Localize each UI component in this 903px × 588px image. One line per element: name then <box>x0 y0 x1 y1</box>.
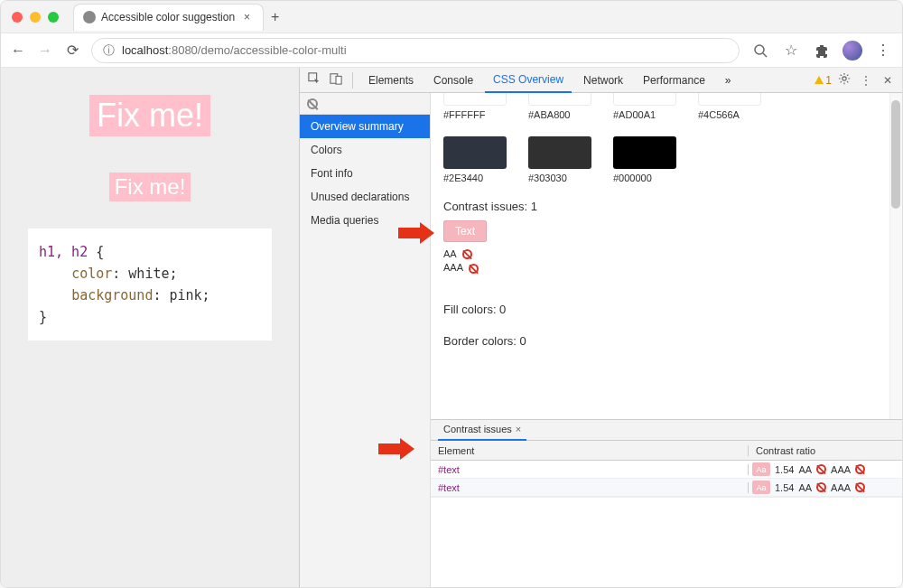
color-swatch[interactable] <box>613 93 676 106</box>
favicon-icon <box>83 11 96 23</box>
swatch-label: #303030 <box>528 173 567 183</box>
new-tab-button[interactable]: + <box>271 9 279 25</box>
tab-title: Accessible color suggestion <box>101 11 235 23</box>
page-h2: Fix me! <box>109 173 191 201</box>
tab-network[interactable]: Network <box>575 68 631 93</box>
back-button[interactable]: ← <box>10 42 26 59</box>
maximize-window-button[interactable] <box>48 12 59 23</box>
minimize-window-button[interactable] <box>30 12 41 23</box>
sidebar-item-media-queries[interactable]: Media queries <box>300 209 430 232</box>
reload-button[interactable]: ⟳ <box>64 42 80 59</box>
svg-point-5 <box>842 77 846 80</box>
close-drawer-tab-icon[interactable]: × <box>516 424 521 434</box>
border-colors-heading: Border colors: 0 <box>443 334 889 348</box>
warning-icon <box>815 76 824 84</box>
swatch-label: #000000 <box>613 173 652 183</box>
forward-button[interactable]: → <box>37 42 53 59</box>
url-port: :8080 <box>168 43 198 57</box>
fail-icon <box>855 482 865 492</box>
tab-css-overview[interactable]: CSS Overview <box>485 68 572 93</box>
sidebar-item-colors[interactable]: Colors <box>300 138 430 162</box>
svg-rect-4 <box>336 76 341 84</box>
tab-performance[interactable]: Performance <box>635 68 713 93</box>
sidebar-item-overview-summary[interactable]: Overview summary <box>300 115 430 138</box>
page-viewport: Fix me! Fix me! h1, h2 { color: white; b… <box>1 68 299 587</box>
clear-icon <box>307 98 318 109</box>
contrast-ratings: AA AAA <box>443 247 889 275</box>
browser-window: Accessible color suggestion × + ← → ⟳ ⓘ … <box>0 0 903 588</box>
color-swatch[interactable] <box>613 136 676 169</box>
url-host: localhost <box>122 43 168 57</box>
swatch-label: #AD00A1 <box>613 109 656 120</box>
color-swatch[interactable] <box>528 93 591 106</box>
contrast-issues-heading: Contrast issues: 1 <box>443 200 889 213</box>
browser-tab[interactable]: Accessible color suggestion × <box>73 4 264 31</box>
devtools-main: #FFFFFF #ABA800 #AD00A1 #4C566A #2E3440 … <box>431 93 902 587</box>
page-h1: Fix me! <box>89 95 210 136</box>
contrast-sample-badge: Aa <box>752 462 770 476</box>
warnings-badge[interactable]: 1 <box>815 74 832 87</box>
close-tab-icon[interactable]: × <box>240 11 254 23</box>
color-swatch[interactable] <box>443 136 507 169</box>
fill-colors-heading: Fill colors: 0 <box>443 303 889 316</box>
fail-icon <box>855 464 865 474</box>
swatch-label: #2E3440 <box>443 173 483 183</box>
contrast-cell: Aa 1.54 AA AAA <box>749 462 902 476</box>
drawer-tab-contrast-issues[interactable]: Contrast issues × <box>438 419 526 441</box>
settings-gear-icon[interactable] <box>835 72 853 88</box>
color-swatch[interactable] <box>698 93 761 106</box>
code-snippet: h1, h2 { color: white; background: pink;… <box>28 229 272 341</box>
devtools-sidebar: Overview summary Colors Font info Unused… <box>300 93 431 587</box>
url-path: /demo/accessible-color-multi <box>198 43 347 57</box>
url-input[interactable]: ⓘ localhost:8080/demo/accessible-color-m… <box>91 38 740 63</box>
overview-content: #FFFFFF #ABA800 #AD00A1 #4C566A #2E3440 … <box>431 93 902 419</box>
tab-console[interactable]: Console <box>425 68 481 93</box>
close-devtools-icon[interactable]: ✕ <box>879 74 897 87</box>
table-row[interactable]: #text Aa 1.54 AA AAA <box>431 479 902 497</box>
swatch-label: #FFFFFF <box>443 109 485 120</box>
titlebar: Accessible color suggestion × + <box>1 1 902 33</box>
sidebar-item-font-info[interactable]: Font info <box>300 162 430 185</box>
svg-line-1 <box>763 53 767 57</box>
table-header: Element Contrast ratio <box>431 441 902 461</box>
extensions-icon[interactable] <box>812 41 832 61</box>
device-toolbar-icon[interactable] <box>327 72 345 88</box>
col-element: Element <box>431 445 749 456</box>
info-icon[interactable]: ⓘ <box>103 42 115 59</box>
fail-icon <box>816 482 826 492</box>
fail-icon <box>816 464 826 474</box>
profile-avatar[interactable] <box>842 41 862 61</box>
bookmark-star-icon[interactable]: ☆ <box>781 41 801 61</box>
element-link[interactable]: #text <box>431 482 749 493</box>
contrast-sample-badge: Aa <box>752 481 770 494</box>
contrast-issues-table: Element Contrast ratio #text Aa 1.54 AA … <box>431 441 902 497</box>
element-link[interactable]: #text <box>431 464 749 475</box>
swatch-label: #ABA800 <box>528 109 570 120</box>
contrast-text-swatch[interactable]: Text <box>443 220 487 242</box>
browser-menu-icon[interactable]: ⋮ <box>873 41 893 61</box>
inspect-element-icon[interactable] <box>305 72 323 88</box>
drawer-tabstrip: Contrast issues × <box>431 419 902 441</box>
color-swatch[interactable] <box>443 93 507 106</box>
more-tabs-button[interactable]: » <box>717 68 740 93</box>
traffic-lights <box>12 12 59 23</box>
clear-overview-button[interactable] <box>300 93 430 115</box>
contrast-cell: Aa 1.54 AA AAA <box>749 481 902 494</box>
tab-elements[interactable]: Elements <box>360 68 422 93</box>
svg-point-0 <box>755 45 764 54</box>
content-area: Fix me! Fix me! h1, h2 { color: white; b… <box>1 68 902 587</box>
color-swatch[interactable] <box>528 136 591 169</box>
close-window-button[interactable] <box>12 12 23 23</box>
scrollbar[interactable] <box>889 93 902 419</box>
devtools-menu-icon[interactable]: ⋮ <box>857 74 875 87</box>
devtools-panel: Elements Console CSS Overview Network Pe… <box>299 68 902 587</box>
empty-space <box>431 497 902 587</box>
col-contrast-ratio: Contrast ratio <box>749 445 902 456</box>
sidebar-item-unused-declarations[interactable]: Unused declarations <box>300 185 430 209</box>
address-bar: ← → ⟳ ⓘ localhost:8080/demo/accessible-c… <box>1 33 902 68</box>
fail-icon <box>469 264 479 274</box>
devtools-tabstrip: Elements Console CSS Overview Network Pe… <box>300 68 902 93</box>
fail-icon <box>462 249 472 259</box>
table-row[interactable]: #text Aa 1.54 AA AAA <box>431 461 902 479</box>
search-icon[interactable] <box>750 41 770 61</box>
